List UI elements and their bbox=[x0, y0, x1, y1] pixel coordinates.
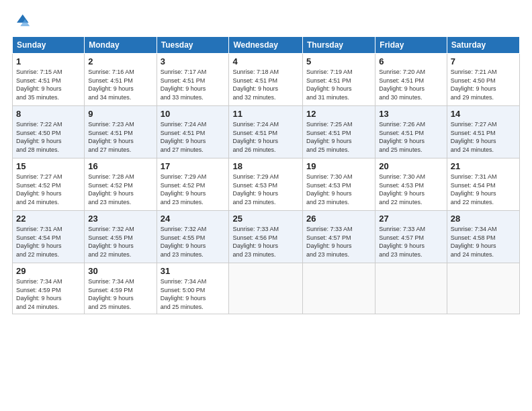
day-number: 24 bbox=[161, 214, 226, 224]
calendar-cell bbox=[447, 263, 519, 314]
calendar-cell: 27Sunrise: 7:33 AM Sunset: 4:57 PM Dayli… bbox=[375, 211, 447, 263]
calendar-cell bbox=[303, 263, 375, 314]
day-info: Sunrise: 7:27 AM Sunset: 4:51 PM Dayligh… bbox=[451, 121, 497, 153]
day-number: 22 bbox=[16, 214, 81, 224]
day-info: Sunrise: 7:26 AM Sunset: 4:51 PM Dayligh… bbox=[379, 121, 425, 153]
calendar-cell: 11Sunrise: 7:24 AM Sunset: 4:51 PM Dayli… bbox=[229, 106, 303, 158]
calendar-cell: 6Sunrise: 7:20 AM Sunset: 4:51 PM Daylig… bbox=[375, 54, 447, 106]
day-number: 21 bbox=[451, 161, 516, 171]
calendar-cell: 1Sunrise: 7:15 AM Sunset: 4:51 PM Daylig… bbox=[13, 54, 85, 106]
calendar-cell: 21Sunrise: 7:31 AM Sunset: 4:54 PM Dayli… bbox=[447, 158, 519, 211]
calendar-cell: 19Sunrise: 7:30 AM Sunset: 4:53 PM Dayli… bbox=[303, 158, 375, 211]
svg-marker-0 bbox=[17, 15, 29, 23]
calendar-cell: 4Sunrise: 7:18 AM Sunset: 4:51 PM Daylig… bbox=[229, 54, 303, 106]
calendar-cell bbox=[229, 263, 303, 314]
calendar-cell: 13Sunrise: 7:26 AM Sunset: 4:51 PM Dayli… bbox=[375, 106, 447, 158]
calendar-cell: 12Sunrise: 7:25 AM Sunset: 4:51 PM Dayli… bbox=[303, 106, 375, 158]
calendar-cell: 2Sunrise: 7:16 AM Sunset: 4:51 PM Daylig… bbox=[85, 54, 157, 106]
day-number: 5 bbox=[306, 56, 371, 66]
calendar-week-5: 29Sunrise: 7:34 AM Sunset: 4:59 PM Dayli… bbox=[13, 263, 520, 314]
day-info: Sunrise: 7:33 AM Sunset: 4:57 PM Dayligh… bbox=[306, 226, 353, 258]
day-info: Sunrise: 7:28 AM Sunset: 4:52 PM Dayligh… bbox=[88, 173, 134, 205]
calendar-cell: 18Sunrise: 7:29 AM Sunset: 4:53 PM Dayli… bbox=[229, 158, 303, 211]
day-info: Sunrise: 7:29 AM Sunset: 4:53 PM Dayligh… bbox=[232, 173, 279, 205]
day-number: 19 bbox=[306, 161, 371, 171]
day-info: Sunrise: 7:32 AM Sunset: 4:55 PM Dayligh… bbox=[88, 226, 134, 258]
logo-icon bbox=[12, 12, 31, 31]
calendar-cell: 20Sunrise: 7:30 AM Sunset: 4:53 PM Dayli… bbox=[375, 158, 447, 211]
day-number: 25 bbox=[232, 214, 299, 224]
header bbox=[12, 12, 520, 31]
day-number: 27 bbox=[379, 214, 443, 224]
calendar-cell: 8Sunrise: 7:22 AM Sunset: 4:50 PM Daylig… bbox=[13, 106, 85, 158]
day-info: Sunrise: 7:30 AM Sunset: 4:53 PM Dayligh… bbox=[379, 173, 425, 205]
day-info: Sunrise: 7:19 AM Sunset: 4:51 PM Dayligh… bbox=[306, 68, 353, 101]
day-number: 7 bbox=[451, 56, 516, 66]
day-number: 18 bbox=[232, 161, 299, 171]
weekday-monday: Monday bbox=[85, 37, 157, 54]
day-number: 10 bbox=[161, 109, 226, 119]
day-number: 14 bbox=[451, 109, 516, 119]
calendar-cell: 7Sunrise: 7:21 AM Sunset: 4:50 PM Daylig… bbox=[447, 54, 519, 106]
day-info: Sunrise: 7:34 AM Sunset: 4:59 PM Dayligh… bbox=[88, 278, 134, 310]
day-number: 9 bbox=[88, 109, 152, 119]
calendar-cell: 10Sunrise: 7:24 AM Sunset: 4:51 PM Dayli… bbox=[157, 106, 229, 158]
calendar-week-2: 8Sunrise: 7:22 AM Sunset: 4:50 PM Daylig… bbox=[13, 106, 520, 158]
calendar-cell: 22Sunrise: 7:31 AM Sunset: 4:54 PM Dayli… bbox=[13, 211, 85, 263]
day-number: 29 bbox=[16, 266, 81, 276]
logo bbox=[12, 12, 34, 31]
day-info: Sunrise: 7:15 AM Sunset: 4:51 PM Dayligh… bbox=[16, 68, 62, 101]
calendar-cell: 28Sunrise: 7:34 AM Sunset: 4:58 PM Dayli… bbox=[447, 211, 519, 263]
day-info: Sunrise: 7:34 AM Sunset: 4:58 PM Dayligh… bbox=[451, 226, 497, 258]
day-number: 12 bbox=[306, 109, 371, 119]
calendar-cell: 14Sunrise: 7:27 AM Sunset: 4:51 PM Dayli… bbox=[447, 106, 519, 158]
weekday-saturday: Saturday bbox=[447, 37, 519, 54]
weekday-thursday: Thursday bbox=[303, 37, 375, 54]
calendar-cell: 3Sunrise: 7:17 AM Sunset: 4:51 PM Daylig… bbox=[157, 54, 229, 106]
day-number: 30 bbox=[88, 266, 152, 276]
day-info: Sunrise: 7:31 AM Sunset: 4:54 PM Dayligh… bbox=[451, 173, 497, 205]
weekday-header: SundayMondayTuesdayWednesdayThursdayFrid… bbox=[13, 37, 520, 54]
calendar-body: 1Sunrise: 7:15 AM Sunset: 4:51 PM Daylig… bbox=[13, 54, 520, 314]
day-number: 4 bbox=[232, 56, 299, 66]
day-number: 3 bbox=[161, 56, 226, 66]
calendar-cell: 16Sunrise: 7:28 AM Sunset: 4:52 PM Dayli… bbox=[85, 158, 157, 211]
day-info: Sunrise: 7:31 AM Sunset: 4:54 PM Dayligh… bbox=[16, 226, 62, 258]
day-info: Sunrise: 7:24 AM Sunset: 4:51 PM Dayligh… bbox=[161, 121, 207, 153]
calendar-cell: 23Sunrise: 7:32 AM Sunset: 4:55 PM Dayli… bbox=[85, 211, 157, 263]
day-info: Sunrise: 7:24 AM Sunset: 4:51 PM Dayligh… bbox=[232, 121, 279, 153]
calendar-cell: 15Sunrise: 7:27 AM Sunset: 4:52 PM Dayli… bbox=[13, 158, 85, 211]
day-info: Sunrise: 7:34 AM Sunset: 5:00 PM Dayligh… bbox=[161, 278, 207, 310]
day-info: Sunrise: 7:32 AM Sunset: 4:55 PM Dayligh… bbox=[161, 226, 207, 258]
calendar-cell: 17Sunrise: 7:29 AM Sunset: 4:52 PM Dayli… bbox=[157, 158, 229, 211]
day-info: Sunrise: 7:20 AM Sunset: 4:51 PM Dayligh… bbox=[379, 68, 425, 101]
day-info: Sunrise: 7:29 AM Sunset: 4:52 PM Dayligh… bbox=[161, 173, 207, 205]
calendar-cell: 31Sunrise: 7:34 AM Sunset: 5:00 PM Dayli… bbox=[157, 263, 229, 314]
weekday-wednesday: Wednesday bbox=[229, 37, 303, 54]
calendar-cell: 30Sunrise: 7:34 AM Sunset: 4:59 PM Dayli… bbox=[85, 263, 157, 314]
day-number: 2 bbox=[88, 56, 152, 66]
day-info: Sunrise: 7:33 AM Sunset: 4:57 PM Dayligh… bbox=[379, 226, 425, 258]
calendar-cell: 5Sunrise: 7:19 AM Sunset: 4:51 PM Daylig… bbox=[303, 54, 375, 106]
day-number: 17 bbox=[161, 161, 226, 171]
day-info: Sunrise: 7:23 AM Sunset: 4:51 PM Dayligh… bbox=[88, 121, 134, 153]
day-info: Sunrise: 7:30 AM Sunset: 4:53 PM Dayligh… bbox=[306, 173, 353, 205]
day-info: Sunrise: 7:17 AM Sunset: 4:51 PM Dayligh… bbox=[161, 68, 207, 101]
calendar-week-1: 1Sunrise: 7:15 AM Sunset: 4:51 PM Daylig… bbox=[13, 54, 520, 106]
day-info: Sunrise: 7:21 AM Sunset: 4:50 PM Dayligh… bbox=[451, 68, 497, 101]
day-number: 11 bbox=[232, 109, 299, 119]
weekday-friday: Friday bbox=[375, 37, 447, 54]
day-info: Sunrise: 7:33 AM Sunset: 4:56 PM Dayligh… bbox=[232, 226, 279, 258]
weekday-tuesday: Tuesday bbox=[157, 37, 229, 54]
day-number: 20 bbox=[379, 161, 443, 171]
calendar-cell: 24Sunrise: 7:32 AM Sunset: 4:55 PM Dayli… bbox=[157, 211, 229, 263]
day-number: 16 bbox=[88, 161, 152, 171]
day-number: 28 bbox=[451, 214, 516, 224]
weekday-sunday: Sunday bbox=[13, 37, 85, 54]
day-number: 8 bbox=[16, 109, 81, 119]
calendar-cell: 25Sunrise: 7:33 AM Sunset: 4:56 PM Dayli… bbox=[229, 211, 303, 263]
day-info: Sunrise: 7:27 AM Sunset: 4:52 PM Dayligh… bbox=[16, 173, 62, 205]
calendar-week-3: 15Sunrise: 7:27 AM Sunset: 4:52 PM Dayli… bbox=[13, 158, 520, 211]
day-number: 15 bbox=[16, 161, 81, 171]
day-number: 6 bbox=[379, 56, 443, 66]
